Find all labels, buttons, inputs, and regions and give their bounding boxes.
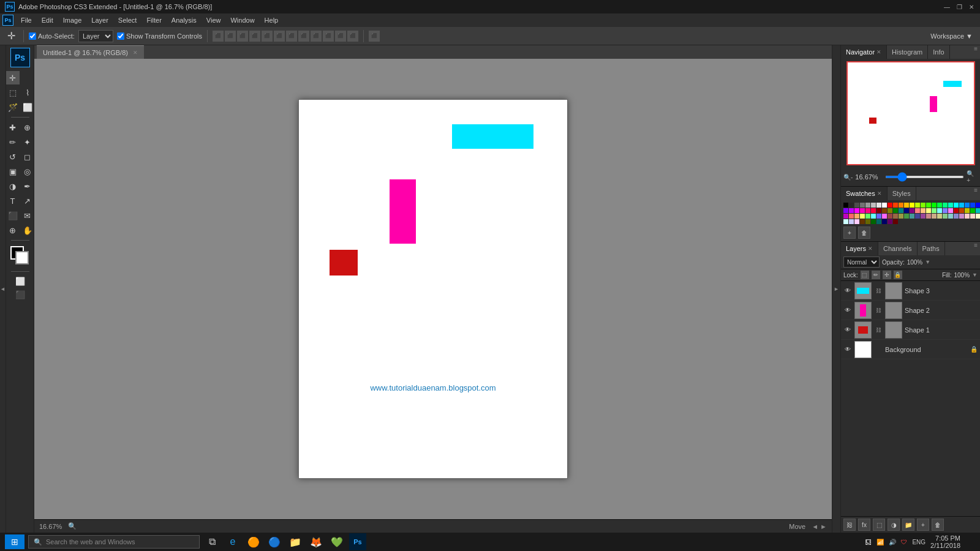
swatch-color[interactable]: [959, 203, 964, 208]
color-swatches[interactable]: [10, 246, 30, 266]
align-vcenter-icon[interactable]: ⬛: [225, 31, 236, 42]
swatch-color[interactable]: [915, 214, 920, 219]
swatch-color[interactable]: [865, 214, 870, 219]
menu-layer[interactable]: Layer: [86, 13, 113, 27]
delete-swatch-button[interactable]: 🗑: [858, 227, 870, 239]
swatch-color[interactable]: [876, 208, 881, 213]
new-layer-button[interactable]: +: [917, 519, 929, 531]
healing-button[interactable]: ⊕: [21, 121, 34, 134]
swatch-color[interactable]: [871, 214, 876, 219]
eraser-button[interactable]: ◻: [21, 150, 34, 163]
lock-transparent-button[interactable]: ⬚: [861, 271, 869, 279]
swatch-color[interactable]: [893, 219, 898, 224]
lock-all-button[interactable]: 🔒: [894, 271, 902, 279]
screen-mode-button[interactable]: ⬜: [12, 275, 29, 287]
background-color[interactable]: [15, 251, 29, 264]
swatch-color[interactable]: [865, 219, 870, 224]
swatch-color[interactable]: [893, 208, 898, 213]
distribute-vcenter-icon[interactable]: ⬛: [335, 31, 346, 42]
eyedropper-button[interactable]: ✚: [6, 121, 20, 134]
add-swatch-button[interactable]: +: [843, 227, 856, 239]
layer-item-background[interactable]: 👁 Background 🔒: [841, 340, 980, 359]
swatch-color[interactable]: [843, 214, 848, 219]
distribute-hcenter-icon[interactable]: ⬛: [298, 31, 309, 42]
edge-icon[interactable]: e: [224, 533, 241, 550]
swatch-color[interactable]: [854, 203, 859, 208]
taskbar-time[interactable]: 7:05 PM 2/11/2018: [930, 534, 960, 549]
marquee-tool-button[interactable]: ⬚: [6, 86, 20, 99]
swatch-color[interactable]: [865, 203, 870, 208]
dodge-button[interactable]: ◑: [6, 179, 20, 193]
swatch-color[interactable]: [843, 208, 848, 213]
distribute-left-icon[interactable]: ⬛: [286, 31, 297, 42]
taskbar-icon-firefox[interactable]: 🦊: [307, 533, 325, 550]
text-button[interactable]: T: [6, 194, 20, 208]
swatch-color[interactable]: [860, 203, 865, 208]
swatches-panel-menu[interactable]: ≡: [971, 187, 980, 200]
swatch-color[interactable]: [921, 203, 925, 208]
swatch-color[interactable]: [904, 203, 909, 208]
swatch-color[interactable]: [876, 203, 881, 208]
swatch-color[interactable]: [871, 208, 876, 213]
swatch-color[interactable]: [854, 214, 859, 219]
distribute-top-icon[interactable]: ⬛: [323, 31, 334, 42]
swatch-color[interactable]: [970, 203, 975, 208]
minimize-button[interactable]: —: [943, 3, 951, 10]
align-hcenter-icon[interactable]: ⬛: [262, 31, 273, 42]
swatch-color[interactable]: [970, 208, 975, 213]
menu-help[interactable]: Help: [260, 13, 284, 27]
layer-link-button[interactable]: ⛓: [843, 519, 856, 531]
swatch-color[interactable]: [871, 203, 876, 208]
swatch-color[interactable]: [849, 208, 854, 213]
swatch-color[interactable]: [888, 208, 892, 213]
swatch-color[interactable]: [959, 208, 964, 213]
layer-item-shape2[interactable]: 👁 ⛓ Shape 2: [841, 301, 980, 320]
swatch-color[interactable]: [915, 208, 920, 213]
artboard-tool-button[interactable]: [21, 71, 34, 84]
swatch-color[interactable]: [965, 203, 970, 208]
canvas-tab[interactable]: Untitled-1 @ 16.7% (RGB/8) ✕: [37, 45, 144, 59]
title-bar-controls[interactable]: — ❐ ✕: [943, 3, 975, 10]
swatch-color[interactable]: [965, 214, 970, 219]
swatch-color[interactable]: [876, 214, 881, 219]
right-collapse-button[interactable]: ►: [832, 45, 840, 533]
move-tool-options-icon[interactable]: ✛: [4, 29, 18, 43]
swatch-color[interactable]: [849, 219, 854, 224]
swatch-color[interactable]: [937, 208, 942, 213]
swatch-color[interactable]: [899, 203, 903, 208]
layer-eye-shape3[interactable]: 👁: [843, 287, 852, 295]
swatch-color[interactable]: [910, 203, 914, 208]
canvas-tab-close[interactable]: ✕: [133, 50, 138, 56]
swatch-color[interactable]: [899, 208, 903, 213]
auto-select-dropdown[interactable]: Layer Group: [78, 30, 113, 42]
swatch-color[interactable]: [843, 219, 848, 224]
menu-analysis[interactable]: Analysis: [167, 13, 202, 27]
swatch-color[interactable]: [882, 203, 887, 208]
swatch-color[interactable]: [926, 214, 931, 219]
group-layers-button[interactable]: 📁: [902, 519, 914, 531]
move-tool-button[interactable]: ✛: [6, 71, 20, 84]
tab-paths[interactable]: Paths: [918, 242, 945, 255]
swatch-color[interactable]: [915, 203, 920, 208]
swatch-color[interactable]: [860, 219, 865, 224]
shape-magenta[interactable]: [390, 179, 416, 244]
swatch-color[interactable]: [954, 203, 959, 208]
swatch-color[interactable]: [849, 214, 854, 219]
swatch-color[interactable]: [926, 203, 931, 208]
swatch-color[interactable]: [893, 203, 898, 208]
swatch-color[interactable]: [921, 214, 925, 219]
swatch-color[interactable]: [888, 203, 892, 208]
tab-info[interactable]: Info: [928, 45, 949, 59]
pen-button[interactable]: ✒: [21, 179, 34, 193]
notes-button[interactable]: ✉: [21, 209, 34, 222]
tab-styles[interactable]: Styles: [888, 187, 916, 200]
swatch-color[interactable]: [893, 214, 898, 219]
tab-swatches[interactable]: Swatches✕: [841, 187, 888, 200]
swatch-color[interactable]: [849, 203, 854, 208]
swatch-color[interactable]: [976, 203, 980, 208]
menu-edit[interactable]: Edit: [37, 13, 58, 27]
swatch-color[interactable]: [860, 208, 865, 213]
task-view-button[interactable]: ⧉: [203, 533, 221, 550]
layer-eye-shape1[interactable]: 👁: [843, 326, 852, 334]
zoom-slider[interactable]: [885, 176, 964, 178]
